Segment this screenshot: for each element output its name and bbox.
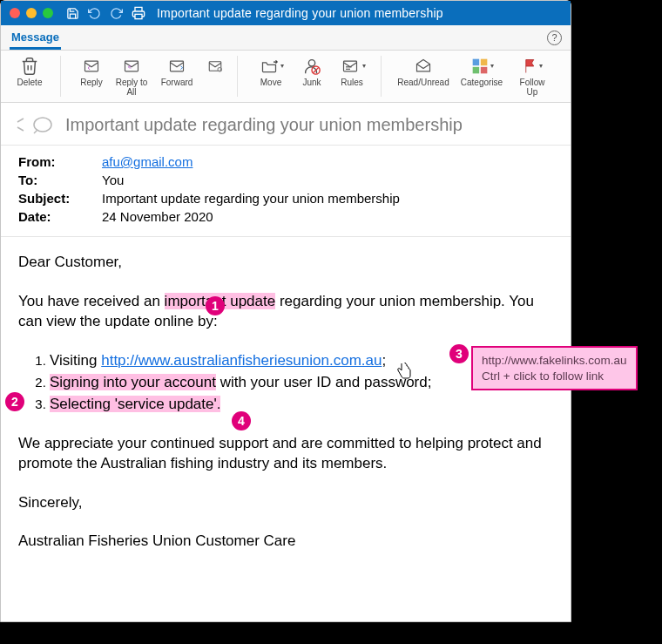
annotation-badge-2: 2 <box>5 392 24 411</box>
delete-button[interactable]: Delete <box>11 56 48 97</box>
forward-button[interactable]: Forward <box>157 56 197 97</box>
tab-message[interactable]: Message <box>10 25 61 50</box>
close-window-button[interactable] <box>10 8 20 18</box>
to-label: To: <box>18 173 102 187</box>
attachment-icon <box>207 56 223 77</box>
subject-bar: Important update regarding your union me… <box>1 103 571 146</box>
forward-label: Forward <box>161 78 193 88</box>
svg-rect-2 <box>125 61 138 71</box>
save-icon[interactable] <box>66 7 79 20</box>
categorise-button[interactable]: ▾ Categorise <box>458 56 505 97</box>
date-label: Date: <box>18 209 102 224</box>
reply-label: Reply <box>80 78 103 88</box>
svg-rect-1 <box>85 61 98 71</box>
link-hover-tooltip: http://www.fakelinks.com.au Ctrl + click… <box>471 346 638 390</box>
svg-rect-12 <box>472 59 479 66</box>
junk-icon <box>302 56 321 77</box>
annotation-badge-4: 4 <box>232 411 251 430</box>
help-icon[interactable]: ? <box>547 31 562 45</box>
move-label: Move <box>260 78 281 88</box>
maximize-window-button[interactable] <box>43 8 53 18</box>
print-icon[interactable] <box>132 6 145 20</box>
annotation-badge-1: 1 <box>206 296 225 315</box>
email-window: Important update regarding your union me… <box>0 0 571 622</box>
mail-thread-icon <box>15 113 53 136</box>
rules-icon: ▾ <box>339 56 366 77</box>
junk-label: Junk <box>302 78 321 88</box>
trash-icon <box>20 56 39 77</box>
minimize-window-button[interactable] <box>26 8 37 18</box>
body-closing: We appreciate your continued support and… <box>18 434 553 474</box>
subject-value: Important update regarding your union me… <box>102 191 400 206</box>
svg-rect-13 <box>480 59 487 66</box>
svg-rect-9 <box>343 61 356 71</box>
body-signature: Australian Fisheries Union Customer Care <box>18 532 553 552</box>
menubar: Message ? <box>1 25 571 51</box>
attachment-button[interactable] <box>206 56 225 97</box>
reply-all-icon <box>120 56 143 77</box>
annotation-badge-3: 3 <box>449 344 469 363</box>
read-unread-button[interactable]: Read/Unread <box>397 56 449 97</box>
move-button[interactable]: ▾ Move <box>253 56 288 97</box>
list-item: Selecting 'service update'. <box>50 395 553 415</box>
reply-button[interactable]: Reply <box>77 56 106 97</box>
junk-button[interactable]: Junk <box>297 56 327 97</box>
svg-point-16 <box>34 118 51 132</box>
from-address[interactable]: afu@gmail.com <box>102 154 193 169</box>
tooltip-real-url: http://www.fakelinks.com.au <box>482 353 627 369</box>
body-signoff: Sincerely, <box>18 493 553 513</box>
tooltip-hint: Ctrl + click to follow link <box>482 369 627 384</box>
categorise-icon: ▾ <box>470 56 494 77</box>
titlebar: Important update regarding your union me… <box>1 1 571 25</box>
rules-label: Rules <box>341 78 363 88</box>
svg-rect-15 <box>480 67 487 74</box>
redo-icon[interactable] <box>110 7 123 20</box>
undo-icon[interactable] <box>88 7 101 20</box>
move-icon: ▾ <box>259 56 284 77</box>
email-headers: From: afu@gmail.com To: You Subject: Imp… <box>1 146 571 237</box>
svg-point-6 <box>308 60 314 66</box>
reply-all-button[interactable]: Reply to All <box>115 56 148 97</box>
flag-icon: ▾ <box>523 56 543 77</box>
window-title: Important update regarding your union me… <box>157 6 443 20</box>
subject-text: Important update regarding your union me… <box>65 115 463 135</box>
follow-up-label: Follow Up <box>514 78 551 97</box>
categorise-label: Categorise <box>461 78 503 88</box>
read-unread-icon <box>412 56 435 77</box>
subject-label: Subject: <box>18 191 102 206</box>
svg-rect-0 <box>135 14 142 18</box>
pointer-cursor-icon <box>396 363 412 380</box>
rules-button[interactable]: ▾ Rules <box>335 56 368 97</box>
phishing-link[interactable]: http://www.australianfisheriesunion.com.… <box>101 352 382 369</box>
body-intro: You have received an important update re… <box>18 292 553 332</box>
highlight-sign-in: Signing into your account <box>50 374 216 390</box>
svg-rect-14 <box>472 67 479 74</box>
body-greeting: Dear Customer, <box>18 253 553 273</box>
from-label: From: <box>18 154 102 169</box>
date-value: 24 November 2020 <box>102 209 213 224</box>
read-unread-label: Read/Unread <box>397 78 449 88</box>
follow-up-button[interactable]: ▾ Follow Up <box>514 56 551 97</box>
highlight-service-update: Selecting 'service update'. <box>50 396 220 412</box>
svg-rect-4 <box>209 62 221 71</box>
to-value: You <box>102 173 124 187</box>
email-body: Dear Customer, You have received an impo… <box>1 237 571 621</box>
reply-all-label: Reply to All <box>115 78 148 97</box>
delete-label: Delete <box>17 78 43 88</box>
traffic-lights <box>10 8 53 18</box>
reply-icon <box>80 56 103 77</box>
ribbon: Delete Reply Reply to All Forward ▾ <box>1 51 571 103</box>
forward-icon <box>166 56 188 77</box>
